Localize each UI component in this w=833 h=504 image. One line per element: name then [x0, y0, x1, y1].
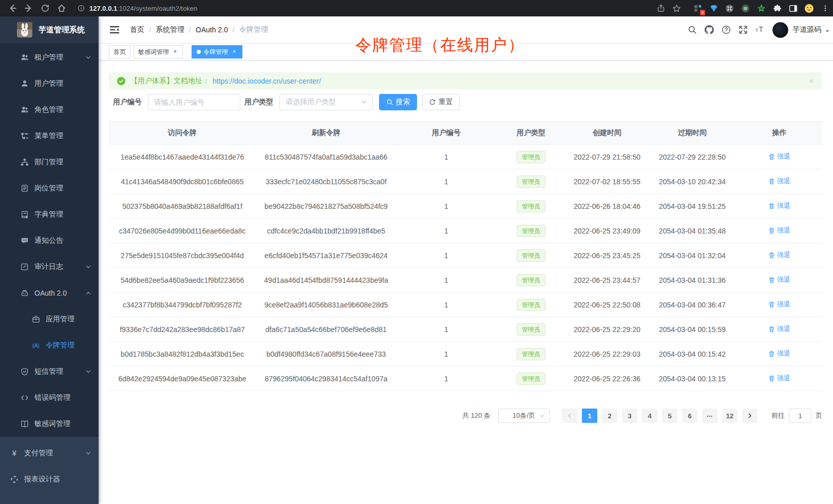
force-logout-button[interactable]: 强退 — [768, 349, 790, 358]
page-button-12[interactable]: 12 — [722, 409, 737, 423]
user-caret-down-icon[interactable] — [825, 29, 830, 34]
puzzle-extension-icon[interactable] — [769, 0, 785, 16]
side-panel-icon[interactable] — [785, 0, 801, 16]
page-button-6[interactable]: 6 — [682, 409, 697, 423]
sidebar-item-OAuth 2.0[interactable]: OAuth 2.0 — [0, 280, 99, 306]
user-avatar[interactable] — [772, 22, 788, 38]
table-cell: 6d842e2924594de9a09e45e087323abe — [109, 375, 256, 383]
share-icon[interactable] — [653, 0, 669, 16]
sidebar-item-部门管理[interactable]: 部门管理 — [0, 149, 99, 175]
alert-doc-link[interactable]: https://doc.iocoder.cn/user-center/ — [213, 77, 321, 85]
browser-forward-icon[interactable] — [24, 4, 33, 13]
browser-reload-icon[interactable] — [41, 4, 50, 13]
prev-page-button[interactable] — [562, 409, 577, 423]
gem-extension-icon[interactable] — [706, 0, 722, 16]
goto-page-input[interactable] — [789, 409, 811, 423]
tag-tab-敏感词管理[interactable]: 敏感词管理× — [134, 45, 183, 59]
page-content: 【用户体系】文档地址： https://doc.iocoder.cn/user-… — [99, 61, 833, 504]
force-logout-button[interactable]: 强退 — [768, 226, 790, 235]
page-button-5[interactable]: 5 — [662, 409, 677, 423]
tag-tab-令牌管理[interactable]: 令牌管理× — [192, 45, 242, 59]
breadcrumb-item[interactable]: 首页 — [130, 25, 144, 34]
tag-tab-首页[interactable]: 首页 — [109, 45, 130, 59]
command-extension-icon[interactable] — [722, 0, 737, 16]
table-cell: 管理员 — [496, 299, 566, 311]
sidebar-item-字典管理[interactable]: 字典管理 — [0, 201, 99, 227]
logo-image — [17, 22, 32, 37]
force-logout-button[interactable]: 强退 — [768, 324, 790, 334]
sidebar-item-通知公告[interactable]: 通知公告 — [0, 227, 99, 254]
sidebar-item-岗位管理[interactable]: 岗位管理 — [0, 175, 99, 201]
force-logout-button[interactable]: 强退 — [768, 250, 790, 260]
user-id-input[interactable] — [148, 94, 240, 110]
browser-menu-kebab-icon[interactable] — [817, 0, 833, 16]
record-extension-icon[interactable] — [737, 0, 753, 16]
chevron-up-icon — [85, 290, 91, 296]
pagination-ellipsis[interactable]: ••• — [702, 409, 717, 423]
bookmark-star-icon[interactable] — [669, 0, 685, 16]
force-logout-button[interactable]: 强退 — [768, 201, 790, 210]
sidebar-item-短信管理[interactable]: 短信管理 — [0, 358, 99, 384]
page-size-select[interactable]: 10条/页 — [498, 409, 550, 423]
page-button-1[interactable]: 1 — [582, 409, 597, 423]
column-header: 用户编号 — [396, 128, 496, 138]
github-icon[interactable] — [705, 25, 714, 34]
star-extension-icon[interactable] — [753, 0, 769, 16]
user-name[interactable]: 芋道源码 — [792, 25, 821, 34]
table-cell: 管理员 — [496, 176, 566, 188]
extensions-group-icon[interactable]: 9 — [690, 0, 706, 16]
profile-avatar-emoji[interactable] — [801, 0, 817, 16]
site-info-icon[interactable] — [78, 5, 85, 12]
user-type-badge: 管理员 — [517, 176, 545, 188]
force-logout-button[interactable]: 强退 — [768, 275, 790, 284]
sidebar-item-菜单管理[interactable]: 菜单管理 — [0, 123, 99, 149]
fullscreen-icon[interactable] — [739, 25, 748, 34]
user-type-badge: 管理员 — [517, 373, 545, 385]
tab-close-icon[interactable]: × — [172, 49, 178, 55]
search-icon[interactable] — [688, 25, 697, 34]
font-size-icon[interactable]: TT — [755, 25, 765, 34]
table-cell: 1 — [396, 202, 496, 210]
error-code-icon — [21, 394, 29, 402]
breadcrumb-item[interactable]: OAuth 2.0 — [196, 26, 228, 34]
address-bar[interactable]: 127.0.0.1:1024/system/oauth2/token — [78, 5, 197, 12]
menu-tree-icon — [21, 132, 29, 140]
sidebar-item-错误码管理[interactable]: 错误码管理 — [0, 384, 99, 411]
sidebar-item-角色管理[interactable]: 角色管理 — [0, 96, 99, 123]
force-logout-button[interactable]: 强退 — [768, 300, 790, 309]
collapse-sidebar-icon[interactable] — [110, 26, 119, 34]
force-logout-button[interactable]: 强退 — [768, 374, 790, 383]
sidebar-item-审计日志[interactable]: 审计日志 — [0, 254, 99, 280]
breadcrumb-item[interactable]: 系统管理 — [156, 25, 184, 34]
breadcrumb-separator: / — [149, 26, 151, 34]
sidebar-item-报表设计器[interactable]: 报表设计器 — [0, 466, 99, 492]
sidebar-item-应用管理[interactable]: 应用管理 — [0, 306, 99, 332]
page-button-3[interactable]: 3 — [622, 409, 637, 423]
page-button-2[interactable]: 2 — [602, 409, 617, 423]
browser-back-icon[interactable] — [8, 4, 17, 13]
force-logout-button[interactable]: 强退 — [768, 177, 790, 186]
browser-home-icon[interactable] — [57, 4, 66, 13]
app-logo[interactable]: 芋道管理系统 — [0, 16, 99, 43]
force-logout-button[interactable]: 强退 — [768, 152, 790, 161]
tab-close-icon[interactable]: × — [231, 49, 237, 55]
next-page-button[interactable] — [742, 409, 758, 423]
reset-button[interactable]: 重置 — [422, 94, 460, 110]
chevron-down-icon — [85, 54, 91, 61]
user-type-select[interactable]: 请选择用户类型 — [279, 94, 373, 110]
page-button-4[interactable]: 4 — [642, 409, 657, 423]
table-cell: 2054-03-04 00:36:47 — [648, 301, 736, 309]
sidebar-item-label: 令牌管理 — [46, 341, 74, 350]
sidebar-menu-bottom: ¥支付管理报表设计器 — [0, 437, 99, 504]
search-button[interactable]: 搜索 — [379, 94, 417, 110]
sidebar-item-敏感词管理[interactable]: 敏感词管理 — [0, 411, 99, 437]
sidebar-item-租户管理[interactable]: 租户管理 — [0, 44, 99, 70]
sidebar-item-用户管理[interactable]: 用户管理 — [0, 70, 99, 96]
breadcrumb-separator: / — [233, 26, 235, 34]
table-cell-actions: 强退 — [736, 201, 822, 211]
table-cell: 2054-03-04 00:15:42 — [648, 350, 736, 358]
alert-close-icon[interactable]: × — [809, 77, 813, 85]
sidebar-item-令牌管理[interactable]: (A)令牌管理 — [0, 332, 99, 358]
help-icon[interactable] — [722, 25, 731, 34]
sidebar-item-支付管理[interactable]: ¥支付管理 — [0, 440, 99, 466]
